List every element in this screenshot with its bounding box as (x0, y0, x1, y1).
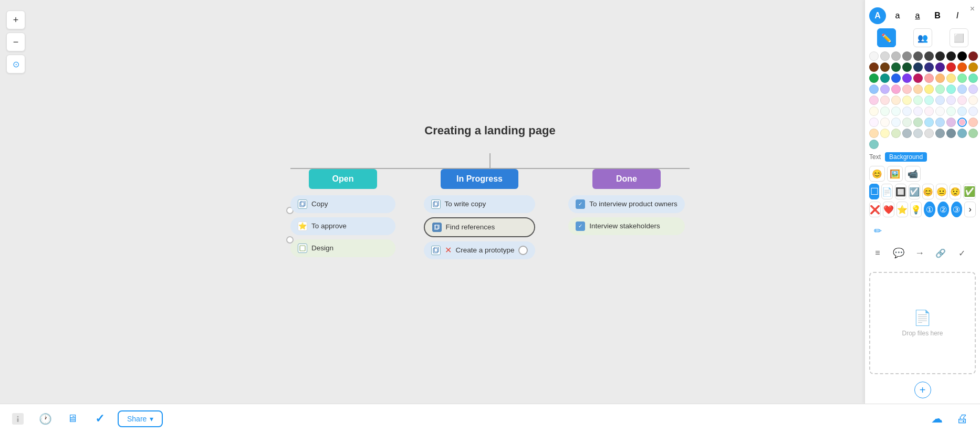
color-swatch[interactable] (902, 118, 912, 127)
color-swatch[interactable] (913, 118, 923, 127)
color-swatch[interactable] (957, 51, 967, 61)
color-swatch[interactable] (891, 62, 901, 72)
color-swatch[interactable] (935, 107, 945, 116)
color-swatch[interactable] (924, 62, 934, 72)
color-swatch[interactable] (869, 62, 879, 72)
color-swatch[interactable] (935, 73, 945, 83)
group-icon-button[interactable]: 👥 (913, 28, 932, 47)
zoom-in-button[interactable]: + (6, 10, 25, 29)
color-swatch[interactable] (957, 129, 967, 138)
checkbox-blue-button[interactable]: ☐ (869, 184, 879, 199)
color-swatch[interactable] (902, 129, 912, 138)
color-swatch[interactable] (891, 85, 901, 94)
task-create-prototype[interactable]: ✕ Create a prototype (424, 241, 536, 259)
task-interview-stakeholders[interactable]: ✓ Interview stakeholders (568, 217, 684, 235)
monitor-button[interactable]: 🖥 (63, 409, 82, 428)
image-insert-button[interactable]: 🖼️ (887, 166, 903, 182)
more-symbols-button[interactable]: › (964, 202, 976, 217)
font-plain-a-button[interactable]: a (889, 7, 906, 24)
color-swatch[interactable] (880, 51, 890, 61)
task-write-copy[interactable]: To write copy (424, 195, 536, 213)
panel-close-button[interactable]: × (970, 4, 975, 14)
color-swatch[interactable] (913, 129, 923, 138)
color-swatch[interactable] (924, 118, 934, 127)
heart-button[interactable]: ❤️ (883, 202, 894, 217)
color-swatch[interactable] (935, 85, 945, 94)
color-swatch[interactable] (957, 118, 967, 127)
color-swatch[interactable] (968, 51, 978, 61)
info-button[interactable] (8, 409, 27, 428)
color-swatch[interactable] (968, 118, 978, 127)
color-swatch[interactable] (880, 118, 890, 127)
share-button[interactable]: Share ▾ (118, 410, 163, 427)
color-swatch[interactable] (957, 85, 967, 94)
pen-tool-button[interactable]: ✏️ (877, 28, 896, 47)
bulb-button[interactable]: 💡 (910, 202, 922, 217)
color-swatch[interactable] (935, 96, 945, 105)
color-swatch[interactable] (880, 62, 890, 72)
background-badge[interactable]: Background (885, 152, 927, 162)
shape-icon-button[interactable]: ⬜ (950, 28, 968, 47)
color-swatch[interactable] (913, 107, 923, 116)
link-connector-button[interactable]: 🔗 (932, 245, 949, 261)
history-button[interactable]: 🕐 (36, 409, 55, 428)
color-swatch[interactable] (968, 129, 978, 138)
color-swatch[interactable] (869, 129, 879, 138)
color-swatch[interactable] (869, 51, 879, 61)
x-red-button[interactable]: ❌ (869, 202, 881, 217)
zoom-out-button[interactable]: − (6, 33, 25, 51)
green-check-button[interactable]: ✅ (963, 184, 976, 199)
color-swatch[interactable] (869, 118, 879, 127)
num-1-button[interactable]: ① (924, 202, 935, 217)
color-swatch[interactable] (946, 51, 956, 61)
sad-face-button[interactable]: 😟 (950, 184, 961, 199)
center-button[interactable]: ⊙ (6, 55, 25, 73)
color-swatch[interactable] (902, 62, 912, 72)
color-swatch[interactable] (946, 73, 956, 83)
color-swatch[interactable] (891, 96, 901, 105)
doc-insert-button[interactable]: 📄 (881, 184, 893, 199)
color-swatch[interactable] (957, 62, 967, 72)
color-swatch[interactable] (869, 96, 879, 105)
color-swatch[interactable] (935, 62, 945, 72)
panel-add-button[interactable]: + (914, 382, 931, 398)
color-swatch[interactable] (902, 85, 912, 94)
star-button[interactable]: ⭐ (896, 202, 908, 217)
color-swatch[interactable] (902, 51, 912, 61)
color-swatch[interactable] (924, 107, 934, 116)
eraser-button[interactable]: ✏ (869, 223, 886, 239)
task-interview-owners[interactable]: ✓ To interview product owners (568, 195, 684, 213)
checkmark-button[interactable]: ✓ (90, 409, 109, 428)
color-swatch[interactable] (891, 73, 901, 83)
neutral-face-button[interactable]: 😐 (936, 184, 947, 199)
color-swatch[interactable] (869, 140, 879, 149)
box-insert-button[interactable]: 🔲 (895, 184, 906, 199)
color-swatch[interactable] (902, 73, 912, 83)
happy-face-button[interactable]: 😊 (922, 184, 934, 199)
color-swatch[interactable] (946, 118, 956, 127)
color-swatch[interactable] (913, 96, 923, 105)
color-swatch[interactable] (880, 129, 890, 138)
check-insert-button[interactable]: ☑️ (909, 184, 920, 199)
color-swatch[interactable] (924, 129, 934, 138)
color-swatch[interactable] (935, 118, 945, 127)
bubble-connector-button[interactable]: 💬 (890, 245, 907, 261)
color-swatch[interactable] (880, 96, 890, 105)
color-swatch[interactable] (957, 73, 967, 83)
color-swatch[interactable] (913, 73, 923, 83)
color-swatch[interactable] (869, 73, 879, 83)
print-button[interactable]: 🖨 (953, 409, 972, 428)
font-underline-a-button[interactable]: a (909, 7, 926, 24)
color-swatch[interactable] (902, 107, 912, 116)
color-swatch[interactable] (869, 107, 879, 116)
color-swatch[interactable] (913, 85, 923, 94)
color-swatch[interactable] (946, 129, 956, 138)
color-swatch[interactable] (913, 62, 923, 72)
color-swatch[interactable] (891, 51, 901, 61)
color-swatch[interactable] (946, 96, 956, 105)
color-swatch[interactable] (968, 62, 978, 72)
arrow-connector-button[interactable]: → (911, 245, 928, 261)
color-swatch[interactable] (924, 73, 934, 83)
color-swatch[interactable] (924, 51, 934, 61)
color-swatch[interactable] (957, 96, 967, 105)
